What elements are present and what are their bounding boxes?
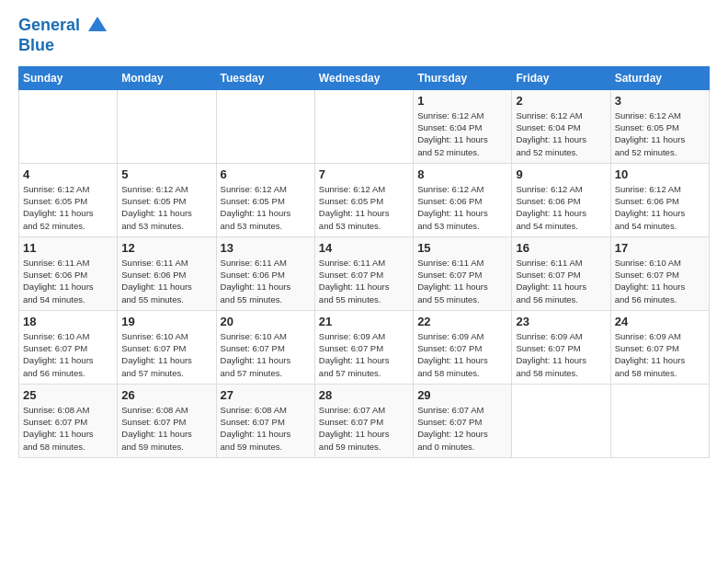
calendar-cell: 24Sunrise: 6:09 AM Sunset: 6:07 PM Dayli…	[610, 310, 709, 384]
calendar-cell: 18Sunrise: 6:10 AM Sunset: 6:07 PM Dayli…	[19, 310, 118, 384]
calendar-cell: 29Sunrise: 6:07 AM Sunset: 6:07 PM Dayli…	[414, 384, 512, 457]
calendar-cell: 25Sunrise: 6:08 AM Sunset: 6:07 PM Dayli…	[19, 384, 118, 457]
day-number: 18	[23, 315, 113, 328]
calendar-cell: 19Sunrise: 6:10 AM Sunset: 6:07 PM Dayli…	[118, 310, 216, 384]
day-info: Sunrise: 6:09 AM Sunset: 6:07 PM Dayligh…	[319, 330, 409, 379]
day-number: 3	[615, 94, 705, 108]
day-info: Sunrise: 6:10 AM Sunset: 6:07 PM Dayligh…	[121, 330, 211, 379]
calendar-cell: 1Sunrise: 6:12 AM Sunset: 6:04 PM Daylig…	[414, 89, 512, 163]
day-info: Sunrise: 6:12 AM Sunset: 6:05 PM Dayligh…	[121, 183, 211, 232]
day-number: 24	[615, 315, 705, 328]
day-number: 13	[221, 241, 311, 255]
day-info: Sunrise: 6:12 AM Sunset: 6:05 PM Dayligh…	[319, 183, 409, 232]
day-number: 22	[417, 315, 507, 328]
col-header-thursday: Thursday	[414, 66, 512, 89]
day-number: 7	[319, 167, 409, 181]
day-number: 10	[615, 167, 705, 181]
day-number: 5	[121, 167, 211, 181]
day-info: Sunrise: 6:08 AM Sunset: 6:07 PM Dayligh…	[221, 404, 311, 453]
calendar-cell: 23Sunrise: 6:09 AM Sunset: 6:07 PM Dayli…	[512, 310, 610, 384]
calendar-cell: 16Sunrise: 6:11 AM Sunset: 6:07 PM Dayli…	[512, 236, 610, 310]
day-number: 19	[121, 315, 211, 328]
day-number: 23	[516, 315, 606, 328]
day-info: Sunrise: 6:10 AM Sunset: 6:07 PM Dayligh…	[23, 330, 113, 379]
calendar-cell	[19, 89, 118, 163]
col-header-wednesday: Wednesday	[314, 66, 413, 89]
calendar-cell: 9Sunrise: 6:12 AM Sunset: 6:06 PM Daylig…	[512, 163, 610, 236]
calendar-cell: 13Sunrise: 6:11 AM Sunset: 6:06 PM Dayli…	[216, 236, 314, 310]
day-number: 11	[23, 241, 113, 255]
day-number: 21	[319, 315, 409, 328]
day-info: Sunrise: 6:07 AM Sunset: 6:07 PM Dayligh…	[417, 404, 507, 453]
col-header-sunday: Sunday	[19, 66, 118, 89]
day-info: Sunrise: 6:11 AM Sunset: 6:07 PM Dayligh…	[417, 257, 507, 305]
calendar-cell: 20Sunrise: 6:10 AM Sunset: 6:07 PM Dayli…	[216, 310, 314, 384]
day-number: 9	[516, 167, 606, 181]
calendar-cell: 12Sunrise: 6:11 AM Sunset: 6:06 PM Dayli…	[118, 236, 216, 310]
calendar-cell: 17Sunrise: 6:10 AM Sunset: 6:07 PM Dayli…	[610, 236, 709, 310]
day-info: Sunrise: 6:12 AM Sunset: 6:05 PM Dayligh…	[23, 183, 113, 232]
day-info: Sunrise: 6:11 AM Sunset: 6:07 PM Dayligh…	[319, 257, 409, 305]
day-info: Sunrise: 6:10 AM Sunset: 6:07 PM Dayligh…	[221, 330, 311, 379]
logo-general: General	[18, 16, 80, 34]
calendar-cell: 21Sunrise: 6:09 AM Sunset: 6:07 PM Dayli…	[314, 310, 413, 384]
day-number: 8	[417, 167, 507, 181]
day-info: Sunrise: 6:09 AM Sunset: 6:07 PM Dayligh…	[516, 330, 606, 379]
logo-blue: Blue	[18, 36, 54, 54]
day-number: 12	[121, 241, 211, 255]
calendar-table: SundayMondayTuesdayWednesdayThursdayFrid…	[18, 66, 710, 458]
logo: General Blue	[18, 15, 108, 55]
day-number: 17	[615, 241, 705, 255]
day-number: 20	[221, 315, 311, 328]
day-info: Sunrise: 6:08 AM Sunset: 6:07 PM Dayligh…	[121, 404, 211, 453]
day-info: Sunrise: 6:12 AM Sunset: 6:06 PM Dayligh…	[516, 183, 606, 232]
calendar-cell	[314, 89, 413, 163]
day-number: 6	[221, 167, 311, 181]
col-header-friday: Friday	[512, 66, 610, 89]
calendar-cell: 5Sunrise: 6:12 AM Sunset: 6:05 PM Daylig…	[118, 163, 216, 236]
day-info: Sunrise: 6:12 AM Sunset: 6:06 PM Dayligh…	[417, 183, 507, 232]
calendar-cell: 14Sunrise: 6:11 AM Sunset: 6:07 PM Dayli…	[314, 236, 413, 310]
calendar-cell: 26Sunrise: 6:08 AM Sunset: 6:07 PM Dayli…	[118, 384, 216, 457]
day-info: Sunrise: 6:11 AM Sunset: 6:07 PM Dayligh…	[516, 257, 606, 305]
day-number: 26	[121, 388, 211, 402]
day-info: Sunrise: 6:11 AM Sunset: 6:06 PM Dayligh…	[221, 257, 311, 305]
day-info: Sunrise: 6:12 AM Sunset: 6:05 PM Dayligh…	[221, 183, 311, 232]
calendar-cell: 28Sunrise: 6:07 AM Sunset: 6:07 PM Dayli…	[314, 384, 413, 457]
day-number: 14	[319, 241, 409, 255]
calendar-cell: 22Sunrise: 6:09 AM Sunset: 6:07 PM Dayli…	[414, 310, 512, 384]
day-info: Sunrise: 6:09 AM Sunset: 6:07 PM Dayligh…	[417, 330, 507, 379]
col-header-tuesday: Tuesday	[216, 66, 314, 89]
calendar-cell	[118, 89, 216, 163]
calendar-cell: 27Sunrise: 6:08 AM Sunset: 6:07 PM Dayli…	[216, 384, 314, 457]
day-info: Sunrise: 6:12 AM Sunset: 6:05 PM Dayligh…	[615, 109, 705, 158]
calendar-cell: 11Sunrise: 6:11 AM Sunset: 6:06 PM Dayli…	[19, 236, 118, 310]
calendar-cell: 2Sunrise: 6:12 AM Sunset: 6:04 PM Daylig…	[512, 89, 610, 163]
day-info: Sunrise: 6:11 AM Sunset: 6:06 PM Dayligh…	[23, 257, 113, 305]
day-number: 27	[221, 388, 311, 402]
day-number: 16	[516, 241, 606, 255]
calendar-cell: 7Sunrise: 6:12 AM Sunset: 6:05 PM Daylig…	[314, 163, 413, 236]
day-info: Sunrise: 6:12 AM Sunset: 6:06 PM Dayligh…	[615, 183, 705, 232]
calendar-cell	[512, 384, 610, 457]
col-header-saturday: Saturday	[610, 66, 709, 89]
svg-marker-0	[88, 17, 107, 31]
day-info: Sunrise: 6:10 AM Sunset: 6:07 PM Dayligh…	[615, 257, 705, 305]
calendar-cell: 6Sunrise: 6:12 AM Sunset: 6:05 PM Daylig…	[216, 163, 314, 236]
day-info: Sunrise: 6:07 AM Sunset: 6:07 PM Dayligh…	[319, 404, 409, 453]
day-info: Sunrise: 6:09 AM Sunset: 6:07 PM Dayligh…	[615, 330, 705, 379]
day-number: 15	[417, 241, 507, 255]
calendar-cell: 3Sunrise: 6:12 AM Sunset: 6:05 PM Daylig…	[610, 89, 709, 163]
calendar-cell: 10Sunrise: 6:12 AM Sunset: 6:06 PM Dayli…	[610, 163, 709, 236]
day-number: 4	[23, 167, 113, 181]
day-info: Sunrise: 6:08 AM Sunset: 6:07 PM Dayligh…	[23, 404, 113, 453]
calendar-cell	[610, 384, 709, 457]
day-number: 1	[417, 94, 507, 108]
day-number: 2	[516, 94, 606, 108]
calendar-cell	[216, 89, 314, 163]
day-number: 28	[319, 388, 409, 402]
col-header-monday: Monday	[118, 66, 216, 89]
day-info: Sunrise: 6:12 AM Sunset: 6:04 PM Dayligh…	[417, 109, 507, 158]
day-number: 29	[417, 388, 507, 402]
calendar-cell: 15Sunrise: 6:11 AM Sunset: 6:07 PM Dayli…	[414, 236, 512, 310]
